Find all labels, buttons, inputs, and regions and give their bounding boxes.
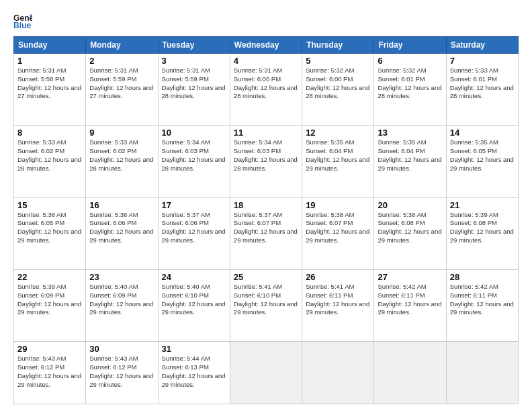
calendar-page: General Blue SundayMondayTuesdayWednesda… (0, 0, 532, 411)
day-number: 4 (234, 56, 298, 66)
calendar-cell: 12 Sunrise: 5:35 AM Sunset: 6:04 PM Dayl… (302, 126, 374, 197)
calendar-cell: 7 Sunrise: 5:33 AM Sunset: 6:01 PM Dayli… (446, 54, 518, 126)
calendar-table: SundayMondayTuesdayWednesdayThursdayFrid… (13, 36, 519, 404)
calendar-cell: 21 Sunrise: 5:39 AM Sunset: 6:08 PM Dayl… (446, 197, 518, 269)
day-number: 8 (17, 128, 82, 138)
calendar-cell: 18 Sunrise: 5:37 AM Sunset: 6:07 PM Dayl… (230, 197, 302, 269)
calendar-cell: 6 Sunrise: 5:32 AM Sunset: 6:01 PM Dayli… (374, 54, 446, 126)
day-number: 23 (89, 272, 154, 282)
calendar-cell: 28 Sunrise: 5:42 AM Sunset: 6:11 PM Dayl… (446, 269, 518, 341)
day-number: 16 (89, 200, 154, 210)
calendar-cell (374, 342, 446, 404)
calendar-cell: 31 Sunrise: 5:44 AM Sunset: 6:13 PM Dayl… (158, 342, 230, 404)
day-number: 3 (162, 56, 226, 66)
calendar-cell: 23 Sunrise: 5:40 AM Sunset: 6:09 PM Dayl… (86, 269, 158, 341)
day-number: 14 (450, 128, 515, 138)
day-number: 26 (306, 272, 370, 282)
day-info: Sunrise: 5:43 AM Sunset: 6:12 PM Dayligh… (17, 355, 82, 389)
calendar-cell: 1 Sunrise: 5:31 AM Sunset: 5:58 PM Dayli… (14, 54, 86, 126)
day-number: 29 (17, 344, 82, 354)
calendar-cell: 27 Sunrise: 5:42 AM Sunset: 6:11 PM Dayl… (374, 269, 446, 341)
calendar-cell: 4 Sunrise: 5:31 AM Sunset: 6:00 PM Dayli… (230, 54, 302, 126)
day-number: 30 (89, 344, 154, 354)
day-info: Sunrise: 5:31 AM Sunset: 5:58 PM Dayligh… (17, 66, 82, 101)
day-number: 1 (17, 56, 82, 66)
calendar-cell: 14 Sunrise: 5:35 AM Sunset: 6:05 PM Dayl… (446, 126, 518, 197)
day-number: 2 (89, 56, 154, 66)
day-info: Sunrise: 5:36 AM Sunset: 6:05 PM Dayligh… (17, 211, 82, 245)
calendar-cell: 11 Sunrise: 5:34 AM Sunset: 6:03 PM Dayl… (230, 126, 302, 197)
calendar-cell (230, 342, 302, 404)
calendar-cell: 16 Sunrise: 5:36 AM Sunset: 6:06 PM Dayl… (86, 197, 158, 269)
logo-icon: General Blue (13, 12, 32, 31)
day-info: Sunrise: 5:37 AM Sunset: 6:06 PM Dayligh… (162, 211, 226, 245)
day-info: Sunrise: 5:37 AM Sunset: 6:07 PM Dayligh… (234, 211, 298, 245)
calendar-cell: 10 Sunrise: 5:34 AM Sunset: 6:03 PM Dayl… (158, 126, 230, 197)
calendar-cell: 3 Sunrise: 5:31 AM Sunset: 5:59 PM Dayli… (158, 54, 230, 126)
calendar-week-row: 29 Sunrise: 5:43 AM Sunset: 6:12 PM Dayl… (14, 342, 519, 404)
day-number: 13 (378, 128, 442, 138)
day-number: 24 (162, 272, 226, 282)
day-info: Sunrise: 5:38 AM Sunset: 6:08 PM Dayligh… (378, 211, 442, 245)
day-info: Sunrise: 5:38 AM Sunset: 6:07 PM Dayligh… (306, 211, 370, 245)
day-info: Sunrise: 5:43 AM Sunset: 6:12 PM Dayligh… (89, 355, 154, 389)
day-number: 17 (162, 200, 226, 210)
day-number: 22 (17, 272, 82, 282)
day-number: 25 (234, 272, 298, 282)
col-header-sunday: Sunday (14, 37, 86, 54)
day-info: Sunrise: 5:40 AM Sunset: 6:09 PM Dayligh… (89, 283, 154, 317)
day-number: 7 (450, 56, 515, 66)
calendar-week-row: 8 Sunrise: 5:33 AM Sunset: 6:02 PM Dayli… (14, 126, 519, 197)
day-info: Sunrise: 5:44 AM Sunset: 6:13 PM Dayligh… (162, 355, 226, 389)
calendar-cell: 20 Sunrise: 5:38 AM Sunset: 6:08 PM Dayl… (374, 197, 446, 269)
calendar-week-row: 1 Sunrise: 5:31 AM Sunset: 5:58 PM Dayli… (14, 54, 519, 126)
day-info: Sunrise: 5:35 AM Sunset: 6:04 PM Dayligh… (378, 138, 442, 173)
day-info: Sunrise: 5:41 AM Sunset: 6:11 PM Dayligh… (306, 283, 370, 317)
day-info: Sunrise: 5:32 AM Sunset: 6:01 PM Dayligh… (378, 66, 442, 101)
day-number: 9 (89, 128, 154, 138)
day-info: Sunrise: 5:39 AM Sunset: 6:09 PM Dayligh… (17, 283, 82, 317)
calendar-cell: 30 Sunrise: 5:43 AM Sunset: 6:12 PM Dayl… (86, 342, 158, 404)
calendar-cell: 17 Sunrise: 5:37 AM Sunset: 6:06 PM Dayl… (158, 197, 230, 269)
day-number: 20 (378, 200, 442, 210)
calendar-body: 1 Sunrise: 5:31 AM Sunset: 5:58 PM Dayli… (14, 54, 519, 404)
day-number: 5 (306, 56, 370, 66)
day-info: Sunrise: 5:33 AM Sunset: 6:01 PM Dayligh… (450, 66, 515, 101)
col-header-saturday: Saturday (446, 37, 518, 54)
day-info: Sunrise: 5:31 AM Sunset: 5:59 PM Dayligh… (89, 66, 154, 101)
day-number: 10 (162, 128, 226, 138)
calendar-header-row: SundayMondayTuesdayWednesdayThursdayFrid… (14, 37, 519, 54)
calendar-cell: 5 Sunrise: 5:32 AM Sunset: 6:00 PM Dayli… (302, 54, 374, 126)
calendar-cell (302, 342, 374, 404)
calendar-cell: 8 Sunrise: 5:33 AM Sunset: 6:02 PM Dayli… (14, 126, 86, 197)
day-info: Sunrise: 5:34 AM Sunset: 6:03 PM Dayligh… (162, 138, 226, 173)
svg-text:Blue: Blue (13, 21, 32, 30)
day-number: 21 (450, 200, 515, 210)
day-info: Sunrise: 5:31 AM Sunset: 6:00 PM Dayligh… (234, 66, 298, 101)
day-number: 28 (450, 272, 515, 282)
calendar-cell: 29 Sunrise: 5:43 AM Sunset: 6:12 PM Dayl… (14, 342, 86, 404)
day-info: Sunrise: 5:42 AM Sunset: 6:11 PM Dayligh… (378, 283, 442, 317)
day-info: Sunrise: 5:34 AM Sunset: 6:03 PM Dayligh… (234, 138, 298, 173)
day-info: Sunrise: 5:31 AM Sunset: 5:59 PM Dayligh… (162, 66, 226, 101)
calendar-cell: 22 Sunrise: 5:39 AM Sunset: 6:09 PM Dayl… (14, 269, 86, 341)
calendar-cell: 9 Sunrise: 5:33 AM Sunset: 6:02 PM Dayli… (86, 126, 158, 197)
day-info: Sunrise: 5:42 AM Sunset: 6:11 PM Dayligh… (450, 283, 515, 317)
day-info: Sunrise: 5:41 AM Sunset: 6:10 PM Dayligh… (234, 283, 298, 317)
calendar-week-row: 15 Sunrise: 5:36 AM Sunset: 6:05 PM Dayl… (14, 197, 519, 269)
logo: General Blue (13, 12, 32, 31)
day-info: Sunrise: 5:32 AM Sunset: 6:00 PM Dayligh… (306, 66, 370, 101)
col-header-tuesday: Tuesday (158, 37, 230, 54)
col-header-monday: Monday (86, 37, 158, 54)
day-number: 15 (17, 200, 82, 210)
calendar-cell: 15 Sunrise: 5:36 AM Sunset: 6:05 PM Dayl… (14, 197, 86, 269)
header: General Blue (13, 12, 519, 31)
day-number: 19 (306, 200, 370, 210)
day-info: Sunrise: 5:39 AM Sunset: 6:08 PM Dayligh… (450, 211, 515, 245)
col-header-friday: Friday (374, 37, 446, 54)
day-info: Sunrise: 5:36 AM Sunset: 6:06 PM Dayligh… (89, 211, 154, 245)
calendar-cell: 24 Sunrise: 5:40 AM Sunset: 6:10 PM Dayl… (158, 269, 230, 341)
day-number: 12 (306, 128, 370, 138)
col-header-thursday: Thursday (302, 37, 374, 54)
day-number: 6 (378, 56, 442, 66)
